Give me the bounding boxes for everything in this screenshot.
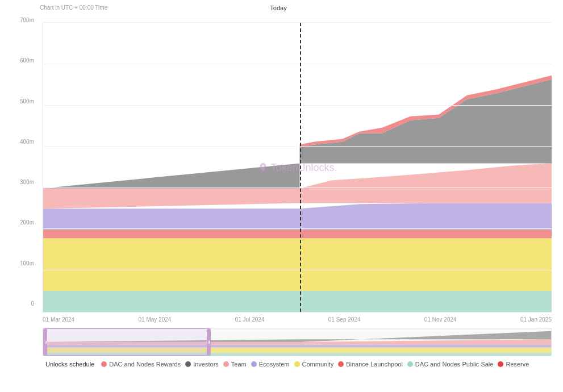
y-tick: 200m bbox=[6, 219, 34, 226]
legend-dot-investors bbox=[185, 361, 191, 367]
legend-label-dac-public: DAC and Nodes Public Sale bbox=[415, 361, 494, 368]
watermark: TokenUnlocks. bbox=[257, 161, 337, 173]
grid-line bbox=[43, 187, 552, 188]
y-tick: 400m bbox=[6, 139, 34, 145]
legend-label-reserve: Reserve bbox=[506, 361, 529, 368]
legend-dot-dac-rewards bbox=[101, 361, 107, 367]
legend-dot-community bbox=[294, 361, 300, 367]
grid-line bbox=[43, 270, 552, 270]
legend-dot-binance bbox=[338, 361, 344, 367]
y-axis: 0 100m 200m 300m 400m 500m 600m 700m bbox=[6, 17, 37, 307]
legend-label-dac-rewards: DAC and Nodes Rewards bbox=[109, 361, 181, 368]
legend-item-dac-public: DAC and Nodes Public Sale bbox=[407, 361, 494, 368]
chart-subtitle: Chart in UTC + 00:00 Time bbox=[40, 5, 107, 11]
x-tick-jan: 01 Jan 2025 bbox=[520, 316, 552, 323]
x-tick-mar: 01 Mar 2024 bbox=[43, 316, 74, 323]
y-tick: 100m bbox=[6, 260, 34, 266]
grid-line bbox=[43, 105, 552, 106]
grid-line bbox=[43, 22, 552, 23]
legend-item-reserve: Reserve bbox=[498, 361, 529, 368]
legend-title: Unlocks schedule bbox=[45, 361, 94, 368]
y-tick: 0 bbox=[6, 301, 34, 307]
legend: Unlocks schedule DAC and Nodes Rewards I… bbox=[6, 356, 557, 372]
legend-item-investors: Investors bbox=[185, 361, 219, 368]
legend-item-ecosystem: Ecosystem bbox=[251, 361, 290, 368]
legend-label-team: Team bbox=[231, 361, 247, 368]
y-tick: 500m bbox=[6, 98, 34, 105]
legend-dot-dac-public bbox=[407, 361, 413, 367]
x-tick-sep: 01 Sep 2024 bbox=[328, 316, 361, 323]
legend-label-ecosystem: Ecosystem bbox=[259, 361, 290, 368]
today-label: Today bbox=[270, 5, 286, 11]
main-chart: TokenUnlocks. bbox=[43, 23, 552, 312]
y-tick: 600m bbox=[6, 57, 34, 64]
legend-label-binance: Binance Launchpool bbox=[346, 361, 403, 368]
navigator-handle-left[interactable]: ⏸ bbox=[44, 329, 47, 355]
y-tick: 700m bbox=[6, 17, 34, 23]
x-tick-jul: 01 Jul 2024 bbox=[235, 316, 265, 323]
grid-line bbox=[43, 64, 552, 64]
legend-dot-ecosystem bbox=[251, 361, 257, 367]
chart-container: Today Chart in UTC + 00:00 Time 0 100m 2… bbox=[0, 0, 563, 392]
x-tick-nov: 01 Nov 2024 bbox=[424, 316, 457, 323]
legend-item-community: Community bbox=[294, 361, 334, 368]
navigator[interactable]: ⏸ ⏸ bbox=[43, 328, 552, 356]
grid-line bbox=[43, 228, 552, 229]
legend-item-dac-rewards: DAC and Nodes Rewards bbox=[101, 361, 181, 368]
legend-item-binance: Binance Launchpool bbox=[338, 361, 403, 368]
x-tick-may: 01 May 2024 bbox=[139, 316, 172, 323]
x-axis: 01 Mar 2024 01 May 2024 01 Jul 2024 01 S… bbox=[43, 312, 552, 327]
navigator-handle-right[interactable]: ⏸ bbox=[207, 329, 210, 355]
y-tick: 300m bbox=[6, 179, 34, 185]
legend-label-community: Community bbox=[302, 361, 334, 368]
legend-item-team: Team bbox=[223, 361, 247, 368]
legend-dot-team bbox=[223, 361, 229, 367]
grid-line bbox=[43, 146, 552, 147]
navigator-selection[interactable]: ⏸ ⏸ bbox=[43, 328, 211, 356]
legend-dot-reserve bbox=[498, 361, 503, 367]
legend-label-investors: Investors bbox=[193, 361, 219, 368]
